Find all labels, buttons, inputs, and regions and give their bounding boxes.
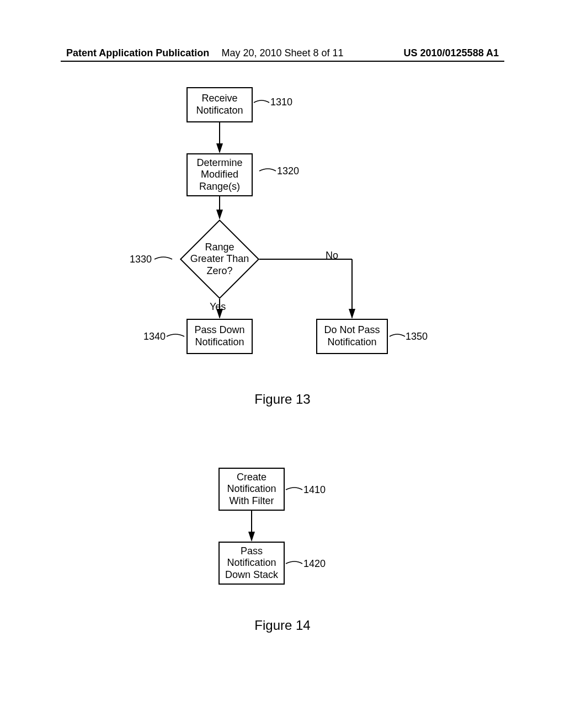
- label-yes: Yes: [210, 301, 226, 313]
- box-1310: Receive Notificaton: [186, 87, 253, 122]
- box-1320-text: Determine Modified Range(s): [196, 157, 242, 193]
- diagram-canvas: Receive Notificaton 1310 Determine Modif…: [0, 72, 565, 728]
- box-1340: Pass Down Notification: [186, 319, 253, 354]
- box-1410-text: Create Notification With Filter: [227, 472, 276, 507]
- label-1410: 1410: [303, 484, 326, 496]
- label-1310: 1310: [270, 97, 292, 108]
- label-no: No: [326, 250, 338, 261]
- label-1340: 1340: [143, 331, 166, 342]
- label-1320: 1320: [277, 165, 299, 177]
- figure-13-title: Figure 13: [0, 392, 565, 407]
- label-1350: 1350: [406, 331, 428, 342]
- box-1410: Create Notification With Filter: [218, 468, 285, 511]
- header-left: Patent Application Publication: [66, 47, 209, 59]
- box-1420-text: Pass Notification Down Stack: [225, 545, 278, 581]
- figure-14-title: Figure 14: [0, 618, 565, 633]
- box-1350-text: Do Not Pass Notification: [324, 324, 380, 348]
- label-1420: 1420: [303, 558, 326, 570]
- box-1320: Determine Modified Range(s): [186, 153, 253, 196]
- box-1340-text: Pass Down Notification: [194, 324, 244, 348]
- header-rule: [61, 61, 504, 62]
- header-center: May 20, 2010 Sheet 8 of 11: [221, 47, 343, 59]
- box-1310-text: Receive Notificaton: [196, 93, 243, 116]
- box-1420: Pass Notification Down Stack: [218, 542, 285, 585]
- diamond-1330-text: Range Greater Than Zero?: [177, 237, 263, 281]
- header-right: US 2010/0125588 A1: [404, 47, 499, 59]
- box-1350: Do Not Pass Notification: [316, 319, 388, 354]
- label-1330: 1330: [130, 254, 152, 265]
